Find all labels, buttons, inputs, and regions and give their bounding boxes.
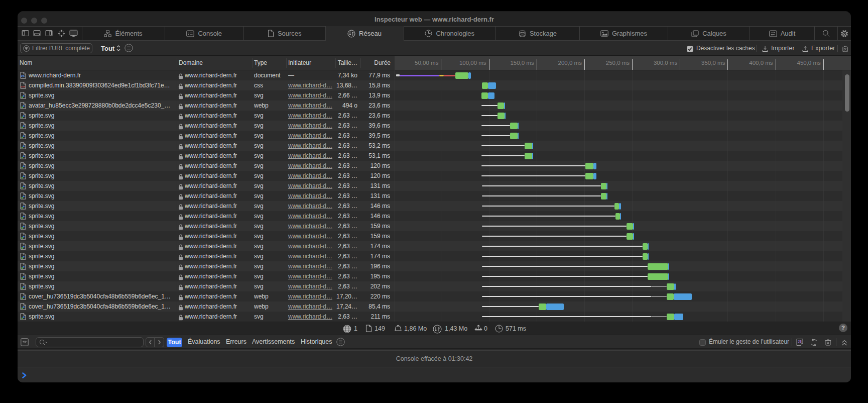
svg-text:JS: JS xyxy=(798,340,802,343)
svg-text:css: css xyxy=(21,85,25,88)
svg-text:<>: <> xyxy=(21,74,25,78)
